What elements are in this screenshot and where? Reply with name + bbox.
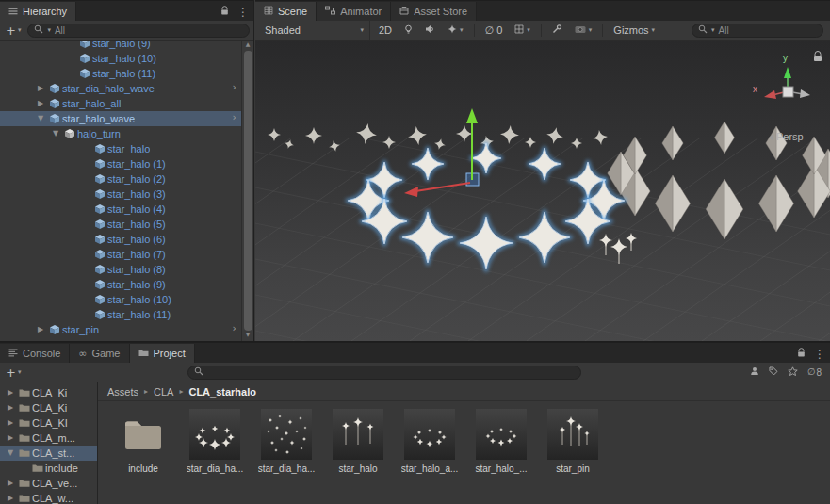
tree-item-star-halo-wave[interactable]: ▼star_halo_wave› <box>0 111 253 126</box>
tree-item-star-pin[interactable]: ▶star_pin› <box>0 322 253 337</box>
tree-item-star-halo-10[interactable]: star_halo (10) <box>0 292 253 307</box>
tree-item-star-dia-halo-wave[interactable]: ▶star_dia_halo_wave› <box>0 81 253 96</box>
lock-icon[interactable] <box>814 52 822 62</box>
search-filter-caret-icon[interactable]: ▾ <box>711 27 715 34</box>
gizmos-dropdown[interactable]: Gizmos▾ <box>610 21 659 40</box>
tree-item-star-halo-7[interactable]: star_halo (7) <box>0 247 253 262</box>
prefab-open-chevron-icon[interactable]: › <box>233 112 236 122</box>
scene-search-input[interactable]: ▾ All <box>692 24 823 38</box>
asset-tile-star-pin[interactable]: star_pin <box>543 409 603 474</box>
asset-preview-thumbnail[interactable] <box>261 409 312 460</box>
tree-item-star-halo-9[interactable]: star_halo (9) <box>0 41 253 51</box>
favorites-star-icon[interactable] <box>788 366 798 378</box>
tree-item-cla-st[interactable]: ▼CLA_st... <box>0 446 97 461</box>
asset-tile-star-halo-a[interactable]: star_halo_a... <box>399 409 460 474</box>
breadcrumb-item[interactable]: CLA_starhalo <box>188 386 256 398</box>
tree-item-cla-ve[interactable]: ▶CLA_ve... <box>0 476 97 491</box>
hidden-packages-count[interactable]: ∅8 <box>807 367 822 378</box>
fold-arrow-icon[interactable]: ▶ <box>34 100 47 107</box>
fold-arrow-icon[interactable]: ▶ <box>34 85 47 92</box>
search-filter-caret-icon[interactable]: ▾ <box>47 27 51 34</box>
shading-mode-dropdown[interactable]: Shaded ▾ <box>259 21 370 40</box>
tree-item-cla-ki[interactable]: ▶CLA_Ki <box>0 385 97 400</box>
tab-project[interactable]: Project <box>130 344 195 363</box>
tree-item-star-halo-11[interactable]: star_halo (11) <box>0 66 253 81</box>
prefab-open-chevron-icon[interactable]: › <box>233 82 236 92</box>
asset-preview-thumbnail[interactable] <box>333 409 383 460</box>
project-search-input[interactable] <box>187 366 581 380</box>
fold-arrow-icon[interactable]: ▶ <box>4 419 17 427</box>
fold-arrow-icon[interactable]: ▶ <box>4 389 17 397</box>
toggle-2d-button[interactable]: 2D <box>375 21 396 40</box>
tree-item-cla-w[interactable]: ▶CLA_w... <box>0 491 97 504</box>
fold-arrow-icon[interactable]: ▶ <box>4 480 17 487</box>
hierarchy-scrollbar[interactable]: ▲ ▼ <box>241 41 253 341</box>
asset-preview-thumbnail[interactable] <box>476 409 527 460</box>
fold-arrow-icon[interactable]: ▶ <box>4 404 17 412</box>
scroll-up-icon[interactable]: ▲ <box>246 41 251 50</box>
tree-item-star-halo-all[interactable]: ▶star_halo_all <box>0 96 253 111</box>
tree-item-star-halo-1[interactable]: star_halo (1) <box>0 156 253 171</box>
create-menu-button[interactable]: +▾ <box>4 24 23 37</box>
tree-item-star-halo-11[interactable]: star_halo (11) <box>0 307 253 322</box>
fold-arrow-icon[interactable]: ▶ <box>34 326 47 333</box>
tree-item-cla-m[interactable]: ▶CLA_m... <box>0 431 97 446</box>
asset-preview-thumbnail[interactable] <box>547 409 598 460</box>
scene-effects-dropdown[interactable]: ▾ <box>444 21 467 40</box>
grid-settings-dropdown[interactable]: ▾ <box>511 21 534 40</box>
breadcrumb-item[interactable]: Assets <box>107 386 138 398</box>
tree-item-halo-turn[interactable]: ▼halo_turn <box>0 126 253 141</box>
tab-animator[interactable]: Animator <box>317 2 391 21</box>
tree-item-cla-ki[interactable]: ▶CLA_KI <box>0 415 97 431</box>
tab-scene[interactable]: Scene <box>255 2 317 21</box>
folder-icon[interactable] <box>118 409 169 460</box>
scroll-down-icon[interactable]: ▼ <box>246 332 251 340</box>
asset-tile-star-halo[interactable]: star_halo <box>328 409 388 474</box>
tree-item-star-halo-4[interactable]: star_halo (4) <box>0 202 253 217</box>
asset-tile-star-halo[interactable]: star_halo_... <box>471 409 531 474</box>
kebab-menu-icon[interactable]: ⋮ <box>237 7 249 18</box>
persp-label[interactable]: Persp <box>776 131 804 142</box>
scene-audio-toggle[interactable] <box>421 21 439 40</box>
scene-lighting-toggle[interactable] <box>400 21 416 40</box>
tree-item-star-halo-6[interactable]: star_halo (6) <box>0 232 253 247</box>
scene-3d-view[interactable]: yxPersp <box>255 41 830 341</box>
search-by-label-icon[interactable] <box>769 366 778 378</box>
asset-preview-thumbnail[interactable] <box>189 409 240 460</box>
fold-arrow-icon[interactable]: ▶ <box>4 434 17 442</box>
tree-item-star-halo[interactable]: star_halo <box>0 141 253 156</box>
tree-item-cla-ki[interactable]: ▶CLA_Ki <box>0 400 97 415</box>
scene-visibility-toggle[interactable]: ∅0 <box>481 21 507 40</box>
tree-item-star-halo-3[interactable]: star_halo (3) <box>0 187 253 202</box>
fold-arrow-icon[interactable]: ▼ <box>4 449 17 457</box>
prefab-open-chevron-icon[interactable]: › <box>233 323 236 333</box>
breadcrumb-item[interactable]: CLA <box>154 386 173 398</box>
tab-game[interactable]: ∞Game <box>70 344 129 363</box>
lock-icon[interactable] <box>797 348 806 360</box>
asset-tile-star-dia-ha[interactable]: star_dia_ha... <box>256 409 317 474</box>
create-asset-menu-button[interactable]: +▾ <box>4 366 23 379</box>
tree-item-star-halo-10[interactable]: star_halo (10) <box>0 51 253 66</box>
tab-console[interactable]: Console <box>0 344 70 363</box>
tree-item-include[interactable]: include <box>0 461 97 476</box>
asset-preview-thumbnail[interactable] <box>404 409 455 460</box>
hierarchy-search-input[interactable]: ▾ All <box>27 24 250 38</box>
asset-tile-star-dia-ha[interactable]: star_dia_ha... <box>185 409 245 474</box>
tab-hierarchy[interactable]: Hierarchy <box>0 2 76 21</box>
fold-arrow-icon[interactable]: ▼ <box>34 115 47 122</box>
fold-arrow-icon[interactable]: ▼ <box>49 130 62 138</box>
scene-viewport[interactable]: yxPersp <box>255 41 830 341</box>
asset-tile-include[interactable]: include <box>113 409 173 474</box>
scrollbar-thumb[interactable] <box>244 51 252 331</box>
editor-tools-button[interactable] <box>548 21 566 40</box>
lock-icon[interactable] <box>220 6 229 18</box>
tree-item-star-halo-9[interactable]: star_halo (9) <box>0 277 253 292</box>
camera-settings-dropdown[interactable]: ▾ <box>571 21 596 40</box>
tree-item-star-halo-5[interactable]: star_halo (5) <box>0 217 253 232</box>
tree-item-star-halo-8[interactable]: star_halo (8) <box>0 262 253 277</box>
search-by-type-icon[interactable] <box>750 366 759 378</box>
tab-asset-store[interactable]: Asset Store <box>391 2 477 21</box>
kebab-menu-icon[interactable]: ⋮ <box>814 349 825 360</box>
tree-item-star-halo-2[interactable]: star_halo (2) <box>0 171 253 187</box>
fold-arrow-icon[interactable]: ▶ <box>4 495 17 502</box>
